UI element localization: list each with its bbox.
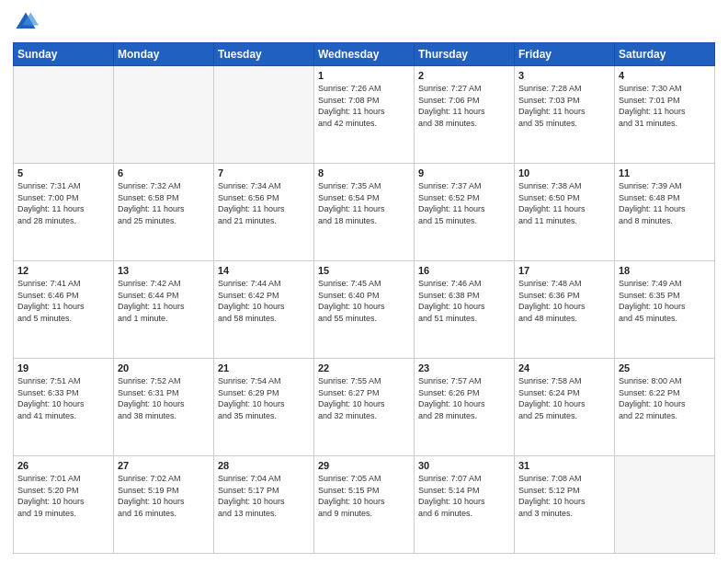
- day-number: 30: [418, 460, 510, 471]
- day-number: 11: [619, 167, 711, 178]
- day-number: 9: [418, 167, 510, 178]
- day-number: 13: [118, 265, 210, 276]
- day-info: Sunrise: 7:32 AM Sunset: 6:58 PM Dayligh…: [118, 180, 210, 226]
- day-info: Sunrise: 7:46 AM Sunset: 6:38 PM Dayligh…: [418, 278, 510, 324]
- day-cell: 13Sunrise: 7:42 AM Sunset: 6:44 PM Dayli…: [114, 261, 214, 359]
- day-number: 12: [17, 265, 109, 276]
- day-cell: 12Sunrise: 7:41 AM Sunset: 6:46 PM Dayli…: [14, 261, 114, 359]
- week-row-3: 19Sunrise: 7:51 AM Sunset: 6:33 PM Dayli…: [14, 359, 715, 456]
- logo-icon: [13, 9, 39, 35]
- day-number: 27: [118, 460, 210, 471]
- col-header-saturday: Saturday: [615, 43, 715, 66]
- week-row-1: 5Sunrise: 7:31 AM Sunset: 7:00 PM Daylig…: [14, 164, 715, 261]
- page: SundayMondayTuesdayWednesdayThursdayFrid…: [0, 0, 728, 563]
- day-info: Sunrise: 7:57 AM Sunset: 6:26 PM Dayligh…: [418, 375, 510, 421]
- col-header-wednesday: Wednesday: [314, 43, 415, 66]
- day-cell: 23Sunrise: 7:57 AM Sunset: 6:26 PM Dayli…: [415, 359, 515, 456]
- day-cell: 25Sunrise: 8:00 AM Sunset: 6:22 PM Dayli…: [615, 359, 715, 456]
- day-cell: [615, 456, 715, 554]
- day-number: 21: [218, 362, 310, 373]
- day-number: 23: [418, 362, 510, 373]
- day-info: Sunrise: 7:48 AM Sunset: 6:36 PM Dayligh…: [518, 278, 610, 324]
- day-cell: 1Sunrise: 7:26 AM Sunset: 7:08 PM Daylig…: [314, 66, 415, 164]
- day-number: 31: [518, 460, 610, 471]
- day-cell: 29Sunrise: 7:05 AM Sunset: 5:15 PM Dayli…: [314, 456, 415, 554]
- day-info: Sunrise: 7:30 AM Sunset: 7:01 PM Dayligh…: [619, 83, 711, 129]
- day-cell: 31Sunrise: 7:08 AM Sunset: 5:12 PM Dayli…: [515, 456, 615, 554]
- day-info: Sunrise: 7:54 AM Sunset: 6:29 PM Dayligh…: [218, 375, 310, 421]
- day-cell: 4Sunrise: 7:30 AM Sunset: 7:01 PM Daylig…: [615, 66, 715, 164]
- day-number: 20: [118, 362, 210, 373]
- day-number: 10: [518, 167, 610, 178]
- day-number: 28: [218, 460, 310, 471]
- day-info: Sunrise: 7:01 AM Sunset: 5:20 PM Dayligh…: [17, 473, 109, 519]
- day-number: 6: [118, 167, 210, 178]
- day-number: 8: [318, 167, 410, 178]
- day-cell: 8Sunrise: 7:35 AM Sunset: 6:54 PM Daylig…: [314, 164, 415, 261]
- day-cell: 10Sunrise: 7:38 AM Sunset: 6:50 PM Dayli…: [515, 164, 615, 261]
- day-cell: 28Sunrise: 7:04 AM Sunset: 5:17 PM Dayli…: [214, 456, 314, 554]
- day-number: 24: [518, 362, 610, 373]
- day-number: 7: [218, 167, 310, 178]
- day-cell: 11Sunrise: 7:39 AM Sunset: 6:48 PM Dayli…: [615, 164, 715, 261]
- col-header-sunday: Sunday: [14, 43, 114, 66]
- day-cell: 19Sunrise: 7:51 AM Sunset: 6:33 PM Dayli…: [14, 359, 114, 456]
- day-cell: [14, 66, 114, 164]
- day-info: Sunrise: 8:00 AM Sunset: 6:22 PM Dayligh…: [619, 375, 711, 421]
- day-info: Sunrise: 7:39 AM Sunset: 6:48 PM Dayligh…: [619, 180, 711, 226]
- day-cell: 16Sunrise: 7:46 AM Sunset: 6:38 PM Dayli…: [415, 261, 515, 359]
- day-cell: 9Sunrise: 7:37 AM Sunset: 6:52 PM Daylig…: [415, 164, 515, 261]
- col-header-monday: Monday: [114, 43, 214, 66]
- day-info: Sunrise: 7:55 AM Sunset: 6:27 PM Dayligh…: [318, 375, 410, 421]
- col-header-thursday: Thursday: [415, 43, 515, 66]
- day-info: Sunrise: 7:49 AM Sunset: 6:35 PM Dayligh…: [619, 278, 711, 324]
- day-cell: 2Sunrise: 7:27 AM Sunset: 7:06 PM Daylig…: [415, 66, 515, 164]
- day-info: Sunrise: 7:58 AM Sunset: 6:24 PM Dayligh…: [518, 375, 610, 421]
- day-number: 16: [418, 265, 510, 276]
- day-info: Sunrise: 7:51 AM Sunset: 6:33 PM Dayligh…: [17, 375, 109, 421]
- day-number: 4: [619, 70, 711, 81]
- day-info: Sunrise: 7:28 AM Sunset: 7:03 PM Dayligh…: [518, 83, 610, 129]
- day-info: Sunrise: 7:37 AM Sunset: 6:52 PM Dayligh…: [418, 180, 510, 226]
- day-info: Sunrise: 7:02 AM Sunset: 5:19 PM Dayligh…: [118, 473, 210, 519]
- day-cell: 5Sunrise: 7:31 AM Sunset: 7:00 PM Daylig…: [14, 164, 114, 261]
- logo: [13, 9, 42, 35]
- day-cell: [214, 66, 314, 164]
- day-info: Sunrise: 7:26 AM Sunset: 7:08 PM Dayligh…: [318, 83, 410, 129]
- calendar-table: SundayMondayTuesdayWednesdayThursdayFrid…: [13, 42, 715, 554]
- day-info: Sunrise: 7:45 AM Sunset: 6:40 PM Dayligh…: [318, 278, 410, 324]
- day-info: Sunrise: 7:31 AM Sunset: 7:00 PM Dayligh…: [17, 180, 109, 226]
- day-number: 14: [218, 265, 310, 276]
- day-cell: 21Sunrise: 7:54 AM Sunset: 6:29 PM Dayli…: [214, 359, 314, 456]
- day-info: Sunrise: 7:52 AM Sunset: 6:31 PM Dayligh…: [118, 375, 210, 421]
- day-info: Sunrise: 7:27 AM Sunset: 7:06 PM Dayligh…: [418, 83, 510, 129]
- day-number: 5: [17, 167, 109, 178]
- day-cell: 17Sunrise: 7:48 AM Sunset: 6:36 PM Dayli…: [515, 261, 615, 359]
- week-row-2: 12Sunrise: 7:41 AM Sunset: 6:46 PM Dayli…: [14, 261, 715, 359]
- day-cell: 7Sunrise: 7:34 AM Sunset: 6:56 PM Daylig…: [214, 164, 314, 261]
- header-row: SundayMondayTuesdayWednesdayThursdayFrid…: [14, 43, 715, 66]
- day-info: Sunrise: 7:44 AM Sunset: 6:42 PM Dayligh…: [218, 278, 310, 324]
- day-number: 15: [318, 265, 410, 276]
- day-cell: 22Sunrise: 7:55 AM Sunset: 6:27 PM Dayli…: [314, 359, 415, 456]
- day-info: Sunrise: 7:04 AM Sunset: 5:17 PM Dayligh…: [218, 473, 310, 519]
- col-header-tuesday: Tuesday: [214, 43, 314, 66]
- col-header-friday: Friday: [515, 43, 615, 66]
- day-number: 18: [619, 265, 711, 276]
- day-info: Sunrise: 7:42 AM Sunset: 6:44 PM Dayligh…: [118, 278, 210, 324]
- day-number: 22: [318, 362, 410, 373]
- day-cell: 18Sunrise: 7:49 AM Sunset: 6:35 PM Dayli…: [615, 261, 715, 359]
- day-info: Sunrise: 7:07 AM Sunset: 5:14 PM Dayligh…: [418, 473, 510, 519]
- day-number: 29: [318, 460, 410, 471]
- day-number: 26: [17, 460, 109, 471]
- day-number: 2: [418, 70, 510, 81]
- day-cell: 6Sunrise: 7:32 AM Sunset: 6:58 PM Daylig…: [114, 164, 214, 261]
- day-info: Sunrise: 7:38 AM Sunset: 6:50 PM Dayligh…: [518, 180, 610, 226]
- day-info: Sunrise: 7:08 AM Sunset: 5:12 PM Dayligh…: [518, 473, 610, 519]
- day-number: 1: [318, 70, 410, 81]
- day-cell: 15Sunrise: 7:45 AM Sunset: 6:40 PM Dayli…: [314, 261, 415, 359]
- day-cell: 26Sunrise: 7:01 AM Sunset: 5:20 PM Dayli…: [14, 456, 114, 554]
- week-row-0: 1Sunrise: 7:26 AM Sunset: 7:08 PM Daylig…: [14, 66, 715, 164]
- day-number: 19: [17, 362, 109, 373]
- day-cell: 30Sunrise: 7:07 AM Sunset: 5:14 PM Dayli…: [415, 456, 515, 554]
